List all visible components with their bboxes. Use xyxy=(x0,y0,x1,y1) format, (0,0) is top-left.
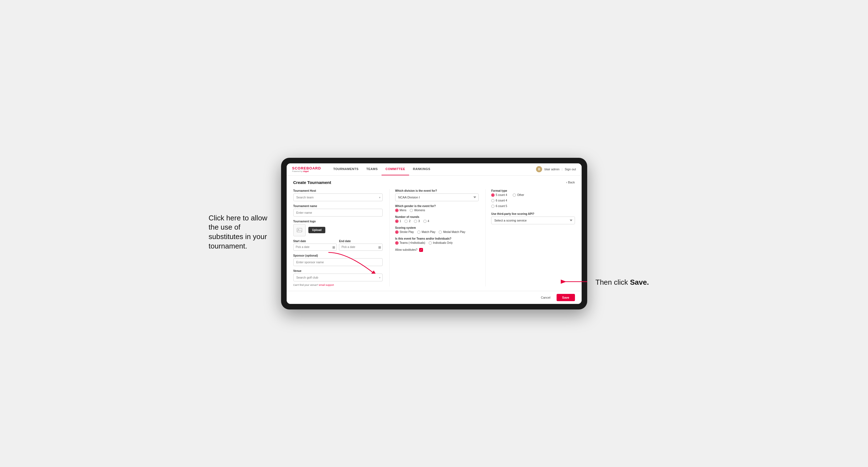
annotation-left: Click here to allow the use of substitut… xyxy=(209,214,273,251)
svg-rect-2 xyxy=(297,228,302,232)
sponsor-group: Sponsor (optional) xyxy=(293,254,383,266)
venue-input[interactable] xyxy=(293,274,383,281)
navbar: SCOREBOARD Powered by clippd TOURNAMENTS… xyxy=(287,163,582,176)
format-6count5[interactable]: 6 count 5 xyxy=(491,205,575,208)
event-for-radio-row: Teams (+Individuals) Individuals Only xyxy=(395,241,479,245)
rounds-1[interactable]: 1 xyxy=(395,220,401,223)
format-5count4[interactable]: 5 count 4 xyxy=(491,193,507,197)
format-type-group: Format type 5 count 4 Other xyxy=(491,189,575,208)
cancel-button[interactable]: Cancel xyxy=(538,294,554,301)
signout-link[interactable]: Sign out xyxy=(565,167,576,171)
nav-item-teams[interactable]: TEAMS xyxy=(362,163,381,176)
upload-button[interactable]: Upload xyxy=(308,227,326,233)
venue-dropdown-icon: ▾ xyxy=(379,276,380,279)
rounds-3[interactable]: 3 xyxy=(414,220,420,223)
gender-mens[interactable]: Mens xyxy=(395,209,406,212)
tournament-host-label: Tournament Host xyxy=(293,189,383,192)
scoreboard-logo: SCOREBOARD xyxy=(292,166,321,170)
format-6count4[interactable]: 6 count 4 xyxy=(491,199,575,202)
nav-username: blair admin xyxy=(544,167,559,171)
rounds-4[interactable]: 4 xyxy=(423,220,429,223)
form-layout: Tournament Host ▾ Tournament name Tourna xyxy=(293,189,575,286)
logo-upload-row: Upload xyxy=(293,224,383,236)
scoring-stroke-play[interactable]: Stroke Play xyxy=(395,230,414,234)
radio-other-dot xyxy=(513,193,516,197)
event-for-group: Is this event for Teams and/or Individua… xyxy=(395,237,479,245)
radio-2-dot xyxy=(404,220,408,223)
logo-placeholder xyxy=(293,224,306,236)
rounds-label: Number of rounds xyxy=(395,215,479,218)
tournament-logo-group: Tournament logo Upload xyxy=(293,220,383,236)
bottom-bar: Cancel Save xyxy=(287,291,582,304)
allow-subs-group: Allow substitutes? ✓ xyxy=(395,248,479,252)
radio-6count4-dot xyxy=(491,199,495,202)
email-support-link[interactable]: email support xyxy=(319,284,334,286)
allow-subs-checkbox[interactable]: ✓ xyxy=(419,248,423,252)
sponsor-input[interactable] xyxy=(293,258,383,266)
save-button[interactable]: Save xyxy=(557,294,575,301)
scoring-service-select[interactable]: Select a scoring service xyxy=(491,217,575,224)
gender-womens[interactable]: Womens xyxy=(410,209,425,212)
tablet-screen: SCOREBOARD Powered by clippd TOURNAMENTS… xyxy=(287,163,582,304)
scoring-medal-match[interactable]: Medal Match Play xyxy=(439,230,465,234)
rounds-group: Number of rounds 1 2 xyxy=(395,215,479,223)
nav-divider: | xyxy=(562,167,562,171)
page-title: Create Tournament xyxy=(293,180,331,185)
tournament-name-label: Tournament name xyxy=(293,205,383,208)
back-button[interactable]: ‹ Back xyxy=(566,181,575,184)
venue-group: Venue ▾ Can't find your venue? email sup… xyxy=(293,270,383,286)
gender-group: Which gender is the event for? Mens Wome… xyxy=(395,205,479,212)
event-individuals[interactable]: Individuals Only xyxy=(429,241,453,245)
start-date-input-wrap: ▦ xyxy=(293,244,337,251)
radio-match-dot xyxy=(417,230,421,234)
allow-subs-label: Allow substitutes? xyxy=(395,248,417,251)
division-group: Which division is the event for? NCAA Di… xyxy=(395,189,479,201)
radio-3-dot xyxy=(414,220,417,223)
scoring-system-label: Scoring system xyxy=(395,226,479,229)
rounds-radio-row: 1 2 3 xyxy=(395,220,479,223)
radio-teams-dot xyxy=(395,241,399,245)
rounds-2[interactable]: 2 xyxy=(404,220,410,223)
annotation-right: Then click Save. xyxy=(595,278,651,287)
event-for-label: Is this event for Teams and/or Individua… xyxy=(395,237,479,240)
start-date-input[interactable] xyxy=(293,244,337,251)
calendar-icon-end: ▦ xyxy=(378,245,381,249)
radio-6count5-dot xyxy=(491,205,495,208)
page-header: Create Tournament ‹ Back xyxy=(293,180,575,185)
event-teams[interactable]: Teams (+Individuals) xyxy=(395,241,425,245)
nav-item-committee[interactable]: COMMITTEE xyxy=(381,163,409,176)
format-other[interactable]: Other xyxy=(513,193,524,197)
gender-label: Which gender is the event for? xyxy=(395,205,479,208)
start-date-field: Start date ▦ xyxy=(293,240,337,251)
avatar: B xyxy=(536,166,542,172)
powered-by: Powered by clippd xyxy=(292,170,321,172)
tablet-frame: SCOREBOARD Powered by clippd TOURNAMENTS… xyxy=(281,158,587,309)
radio-1-dot xyxy=(395,220,399,223)
end-date-field: End date ▦ xyxy=(339,240,383,251)
nav-item-tournaments[interactable]: TOURNAMENTS xyxy=(329,163,362,176)
radio-stroke-dot xyxy=(395,230,399,234)
venue-label: Venue xyxy=(293,270,383,273)
tournament-name-input[interactable] xyxy=(293,209,383,217)
nav-right: B blair admin | Sign out xyxy=(536,166,576,172)
end-date-input[interactable] xyxy=(339,244,383,251)
nav-items: TOURNAMENTS TEAMS COMMITTEE RANKINGS xyxy=(329,163,536,176)
date-row: Start date ▦ End date ▦ xyxy=(293,240,383,251)
scoring-api-group: Use third-party live scoring API? Select… xyxy=(491,212,575,224)
form-col-2: Which division is the event for? NCAA Di… xyxy=(389,189,479,286)
sponsor-label: Sponsor (optional) xyxy=(293,254,383,257)
scoring-match-play[interactable]: Match Play xyxy=(417,230,435,234)
scoring-system-group: Scoring system Stroke Play Match Play xyxy=(395,226,479,234)
venue-hint: Can't find your venue? email support xyxy=(293,284,383,286)
radio-womens-dot xyxy=(410,209,413,212)
host-dropdown-icon: ▾ xyxy=(379,196,380,199)
division-select[interactable]: NCAA Division I xyxy=(395,193,479,201)
image-icon xyxy=(297,227,302,233)
tournament-host-input[interactable] xyxy=(293,193,383,201)
main-content: Create Tournament ‹ Back Tournament Host xyxy=(287,176,582,291)
radio-individuals-dot xyxy=(429,241,432,245)
nav-item-rankings[interactable]: RANKINGS xyxy=(409,163,434,176)
calendar-icon-start: ▦ xyxy=(332,245,335,249)
gender-radio-row: Mens Womens xyxy=(395,209,479,212)
division-label: Which division is the event for? xyxy=(395,189,479,192)
